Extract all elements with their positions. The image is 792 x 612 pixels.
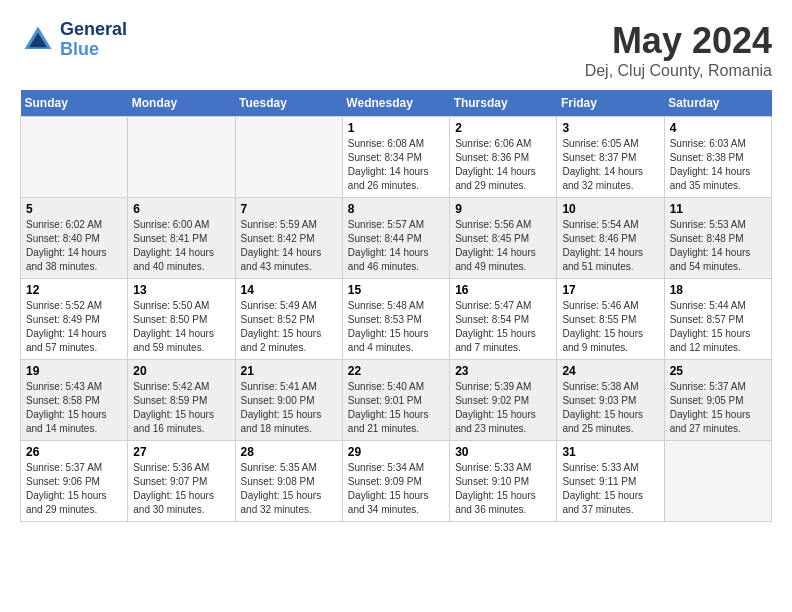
calendar-header: SundayMondayTuesdayWednesdayThursdayFrid… bbox=[21, 90, 772, 117]
day-number: 1 bbox=[348, 121, 444, 135]
calendar-cell: 21Sunrise: 5:41 AM Sunset: 9:00 PM Dayli… bbox=[235, 360, 342, 441]
calendar-cell: 28Sunrise: 5:35 AM Sunset: 9:08 PM Dayli… bbox=[235, 441, 342, 522]
day-of-week-header: Thursday bbox=[450, 90, 557, 117]
calendar-cell: 23Sunrise: 5:39 AM Sunset: 9:02 PM Dayli… bbox=[450, 360, 557, 441]
calendar-week-row: 5Sunrise: 6:02 AM Sunset: 8:40 PM Daylig… bbox=[21, 198, 772, 279]
day-info: Sunrise: 6:03 AM Sunset: 8:38 PM Dayligh… bbox=[670, 137, 766, 193]
day-number: 14 bbox=[241, 283, 337, 297]
day-number: 5 bbox=[26, 202, 122, 216]
day-number: 26 bbox=[26, 445, 122, 459]
calendar-cell: 27Sunrise: 5:36 AM Sunset: 9:07 PM Dayli… bbox=[128, 441, 235, 522]
day-of-week-header: Saturday bbox=[664, 90, 771, 117]
day-number: 15 bbox=[348, 283, 444, 297]
day-number: 30 bbox=[455, 445, 551, 459]
calendar-cell: 1Sunrise: 6:08 AM Sunset: 8:34 PM Daylig… bbox=[342, 117, 449, 198]
day-number: 8 bbox=[348, 202, 444, 216]
day-of-week-header: Wednesday bbox=[342, 90, 449, 117]
day-info: Sunrise: 5:57 AM Sunset: 8:44 PM Dayligh… bbox=[348, 218, 444, 274]
day-info: Sunrise: 6:00 AM Sunset: 8:41 PM Dayligh… bbox=[133, 218, 229, 274]
calendar-body: 1Sunrise: 6:08 AM Sunset: 8:34 PM Daylig… bbox=[21, 117, 772, 522]
day-info: Sunrise: 5:59 AM Sunset: 8:42 PM Dayligh… bbox=[241, 218, 337, 274]
day-number: 25 bbox=[670, 364, 766, 378]
day-info: Sunrise: 5:48 AM Sunset: 8:53 PM Dayligh… bbox=[348, 299, 444, 355]
calendar-cell: 20Sunrise: 5:42 AM Sunset: 8:59 PM Dayli… bbox=[128, 360, 235, 441]
calendar-week-row: 26Sunrise: 5:37 AM Sunset: 9:06 PM Dayli… bbox=[21, 441, 772, 522]
day-number: 6 bbox=[133, 202, 229, 216]
calendar-cell: 3Sunrise: 6:05 AM Sunset: 8:37 PM Daylig… bbox=[557, 117, 664, 198]
day-number: 13 bbox=[133, 283, 229, 297]
day-number: 11 bbox=[670, 202, 766, 216]
day-info: Sunrise: 5:49 AM Sunset: 8:52 PM Dayligh… bbox=[241, 299, 337, 355]
calendar-cell: 4Sunrise: 6:03 AM Sunset: 8:38 PM Daylig… bbox=[664, 117, 771, 198]
day-info: Sunrise: 5:38 AM Sunset: 9:03 PM Dayligh… bbox=[562, 380, 658, 436]
day-info: Sunrise: 5:52 AM Sunset: 8:49 PM Dayligh… bbox=[26, 299, 122, 355]
calendar-cell: 31Sunrise: 5:33 AM Sunset: 9:11 PM Dayli… bbox=[557, 441, 664, 522]
day-number: 29 bbox=[348, 445, 444, 459]
subtitle: Dej, Cluj County, Romania bbox=[585, 62, 772, 80]
day-of-week-header: Tuesday bbox=[235, 90, 342, 117]
day-info: Sunrise: 6:02 AM Sunset: 8:40 PM Dayligh… bbox=[26, 218, 122, 274]
calendar-week-row: 19Sunrise: 5:43 AM Sunset: 8:58 PM Dayli… bbox=[21, 360, 772, 441]
day-info: Sunrise: 5:37 AM Sunset: 9:05 PM Dayligh… bbox=[670, 380, 766, 436]
day-info: Sunrise: 5:46 AM Sunset: 8:55 PM Dayligh… bbox=[562, 299, 658, 355]
day-info: Sunrise: 5:54 AM Sunset: 8:46 PM Dayligh… bbox=[562, 218, 658, 274]
day-number: 21 bbox=[241, 364, 337, 378]
calendar-cell: 16Sunrise: 5:47 AM Sunset: 8:54 PM Dayli… bbox=[450, 279, 557, 360]
day-number: 10 bbox=[562, 202, 658, 216]
day-number: 19 bbox=[26, 364, 122, 378]
day-info: Sunrise: 5:41 AM Sunset: 9:00 PM Dayligh… bbox=[241, 380, 337, 436]
day-number: 18 bbox=[670, 283, 766, 297]
day-of-week-header: Friday bbox=[557, 90, 664, 117]
day-number: 20 bbox=[133, 364, 229, 378]
day-info: Sunrise: 5:44 AM Sunset: 8:57 PM Dayligh… bbox=[670, 299, 766, 355]
day-info: Sunrise: 5:39 AM Sunset: 9:02 PM Dayligh… bbox=[455, 380, 551, 436]
calendar-cell: 24Sunrise: 5:38 AM Sunset: 9:03 PM Dayli… bbox=[557, 360, 664, 441]
calendar-week-row: 12Sunrise: 5:52 AM Sunset: 8:49 PM Dayli… bbox=[21, 279, 772, 360]
day-info: Sunrise: 6:06 AM Sunset: 8:36 PM Dayligh… bbox=[455, 137, 551, 193]
calendar-cell: 17Sunrise: 5:46 AM Sunset: 8:55 PM Dayli… bbox=[557, 279, 664, 360]
logo-line2: Blue bbox=[60, 40, 127, 60]
logo-text: General Blue bbox=[60, 20, 127, 60]
day-info: Sunrise: 5:47 AM Sunset: 8:54 PM Dayligh… bbox=[455, 299, 551, 355]
day-number: 27 bbox=[133, 445, 229, 459]
calendar-week-row: 1Sunrise: 6:08 AM Sunset: 8:34 PM Daylig… bbox=[21, 117, 772, 198]
day-info: Sunrise: 5:37 AM Sunset: 9:06 PM Dayligh… bbox=[26, 461, 122, 517]
calendar-cell: 29Sunrise: 5:34 AM Sunset: 9:09 PM Dayli… bbox=[342, 441, 449, 522]
day-number: 9 bbox=[455, 202, 551, 216]
day-info: Sunrise: 5:56 AM Sunset: 8:45 PM Dayligh… bbox=[455, 218, 551, 274]
calendar-cell: 9Sunrise: 5:56 AM Sunset: 8:45 PM Daylig… bbox=[450, 198, 557, 279]
logo-icon bbox=[20, 22, 56, 58]
day-number: 16 bbox=[455, 283, 551, 297]
day-info: Sunrise: 5:43 AM Sunset: 8:58 PM Dayligh… bbox=[26, 380, 122, 436]
calendar-cell bbox=[235, 117, 342, 198]
calendar-cell: 5Sunrise: 6:02 AM Sunset: 8:40 PM Daylig… bbox=[21, 198, 128, 279]
day-info: Sunrise: 5:35 AM Sunset: 9:08 PM Dayligh… bbox=[241, 461, 337, 517]
day-info: Sunrise: 5:50 AM Sunset: 8:50 PM Dayligh… bbox=[133, 299, 229, 355]
calendar-cell: 30Sunrise: 5:33 AM Sunset: 9:10 PM Dayli… bbox=[450, 441, 557, 522]
calendar-cell bbox=[128, 117, 235, 198]
day-number: 24 bbox=[562, 364, 658, 378]
day-number: 3 bbox=[562, 121, 658, 135]
calendar-cell: 8Sunrise: 5:57 AM Sunset: 8:44 PM Daylig… bbox=[342, 198, 449, 279]
calendar-cell: 12Sunrise: 5:52 AM Sunset: 8:49 PM Dayli… bbox=[21, 279, 128, 360]
day-number: 28 bbox=[241, 445, 337, 459]
day-number: 23 bbox=[455, 364, 551, 378]
day-info: Sunrise: 5:33 AM Sunset: 9:10 PM Dayligh… bbox=[455, 461, 551, 517]
logo: General Blue bbox=[20, 20, 127, 60]
logo-line1: General bbox=[60, 20, 127, 40]
calendar-cell: 14Sunrise: 5:49 AM Sunset: 8:52 PM Dayli… bbox=[235, 279, 342, 360]
day-info: Sunrise: 5:40 AM Sunset: 9:01 PM Dayligh… bbox=[348, 380, 444, 436]
day-info: Sunrise: 5:53 AM Sunset: 8:48 PM Dayligh… bbox=[670, 218, 766, 274]
day-of-week-header: Sunday bbox=[21, 90, 128, 117]
day-info: Sunrise: 5:34 AM Sunset: 9:09 PM Dayligh… bbox=[348, 461, 444, 517]
calendar-cell: 22Sunrise: 5:40 AM Sunset: 9:01 PM Dayli… bbox=[342, 360, 449, 441]
calendar-cell: 25Sunrise: 5:37 AM Sunset: 9:05 PM Dayli… bbox=[664, 360, 771, 441]
calendar-cell: 11Sunrise: 5:53 AM Sunset: 8:48 PM Dayli… bbox=[664, 198, 771, 279]
day-number: 7 bbox=[241, 202, 337, 216]
main-title: May 2024 bbox=[585, 20, 772, 62]
day-info: Sunrise: 6:05 AM Sunset: 8:37 PM Dayligh… bbox=[562, 137, 658, 193]
day-number: 4 bbox=[670, 121, 766, 135]
day-number: 12 bbox=[26, 283, 122, 297]
page-header: General Blue May 2024 Dej, Cluj County, … bbox=[20, 20, 772, 80]
day-info: Sunrise: 5:33 AM Sunset: 9:11 PM Dayligh… bbox=[562, 461, 658, 517]
